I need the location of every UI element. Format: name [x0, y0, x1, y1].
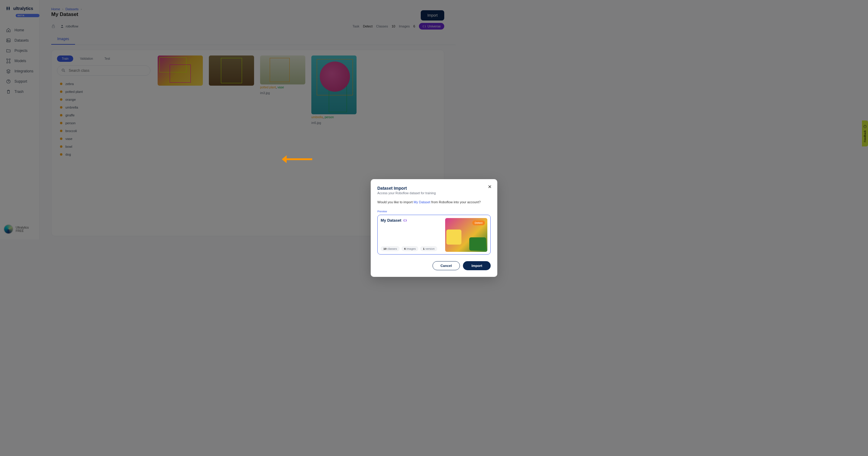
modal-question: Would you like to import My Dataset from… [377, 200, 456, 204]
preview-thumbnail: Detect [445, 218, 456, 239]
dataset-import-modal: Dataset Import Access your Roboflow data… [371, 179, 456, 239]
modal-subtitle: Access your Roboflow dataset for trainin… [377, 191, 456, 195]
modal-title: Dataset Import [377, 186, 456, 191]
preview-label: Preview [377, 210, 456, 213]
roboflow-icon [403, 219, 407, 222]
question-dataset-name: My Dataset [413, 200, 430, 204]
question-post: from Roboflow into your account? [430, 200, 456, 204]
preview-name: My Dataset [381, 218, 441, 223]
question-pre: Would you like to import [377, 200, 413, 204]
annotation-arrow [284, 157, 315, 160]
preview-dataset-name: My Dataset [381, 218, 401, 223]
preview-card[interactable]: My Dataset 10 classes 6 images 1 version… [377, 215, 456, 239]
modal-overlay: Dataset Import Access your Roboflow data… [0, 0, 456, 239]
